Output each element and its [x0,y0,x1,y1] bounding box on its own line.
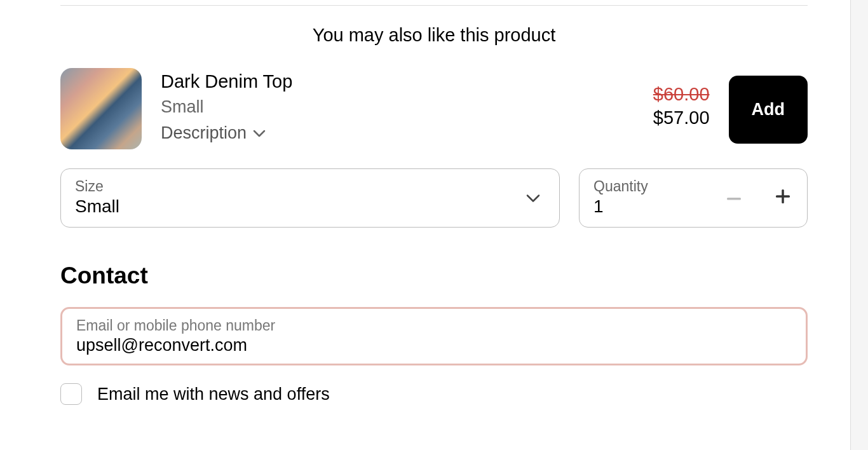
contact-field-label: Email or mobile phone number [76,317,792,334]
newsletter-row: Email me with news and offers [60,383,808,405]
product-variant: Small [161,97,634,117]
product-row: Dark Denim Top Small Description $60.00 … [60,68,808,149]
selectors-row: Size Small Quantity 1 [60,168,808,228]
upsell-heading: You may also like this product [60,25,808,46]
product-info: Dark Denim Top Small Description [161,68,634,143]
size-label: Size [75,178,545,195]
description-toggle[interactable]: Description [161,123,634,143]
sale-price: $57.00 [653,107,710,128]
divider [60,5,808,6]
price-block: $60.00 $57.00 [653,68,710,128]
chevron-down-icon [253,130,266,137]
add-button[interactable]: Add [729,76,808,144]
quantity-label: Quantity [593,178,724,195]
minus-icon [727,198,741,200]
svg-rect-2 [782,189,784,203]
email-input[interactable] [76,336,792,355]
chevron-down-icon [526,194,540,202]
size-select[interactable]: Size Small [60,168,560,228]
product-image [60,68,142,149]
newsletter-checkbox[interactable] [60,383,82,405]
quantity-increment-button[interactable] [773,186,793,208]
contact-heading: Contact [60,262,808,289]
size-value: Small [75,196,545,217]
product-title: Dark Denim Top [161,71,634,92]
newsletter-label: Email me with news and offers [97,385,330,404]
quantity-decrement-button[interactable] [724,189,744,205]
plus-icon [776,189,790,203]
description-label: Description [161,123,247,143]
svg-rect-0 [727,198,741,200]
quantity-stepper: Quantity 1 [579,168,808,228]
right-edge-strip [850,0,868,450]
quantity-value: 1 [593,196,724,217]
compare-price: $60.00 [653,84,710,105]
contact-field-wrapper[interactable]: Email or mobile phone number [60,307,808,365]
